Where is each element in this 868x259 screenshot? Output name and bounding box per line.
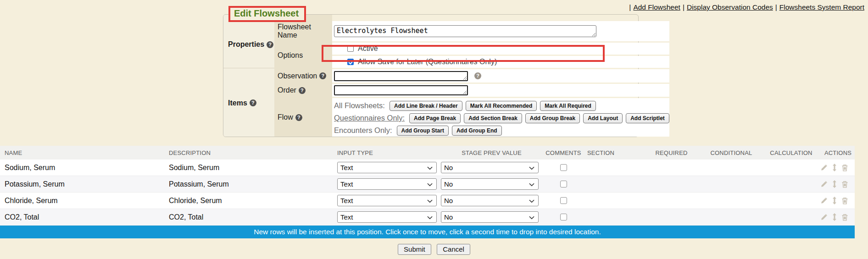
move-row-icon[interactable] bbox=[832, 213, 837, 221]
input-type-select[interactable]: Text bbox=[337, 178, 437, 190]
flow-group-label: All Flowsheets: bbox=[334, 101, 385, 110]
flowsheet-items-table: NAMEDESCRIPTIONINPUT TYPESTAGE PREV VALU… bbox=[0, 146, 855, 238]
flow-lines: All Flowsheets:Add Line Break / HeaderMa… bbox=[334, 99, 669, 137]
input-type-select-value: Text bbox=[340, 213, 353, 221]
submit-button[interactable]: Submit bbox=[398, 244, 431, 255]
cancel-button[interactable]: Cancel bbox=[437, 244, 470, 255]
order-label: Order ? bbox=[274, 84, 332, 97]
add-page-break-button[interactable]: Add Page Break bbox=[409, 113, 461, 123]
observation-help-icon[interactable]: ? bbox=[319, 72, 326, 79]
input-type-cell: Text bbox=[337, 211, 440, 223]
input-type-select[interactable]: Text bbox=[337, 211, 437, 223]
flow-group: All Flowsheets:Add Line Break / HeaderMa… bbox=[334, 99, 669, 112]
items-label-text: Items bbox=[228, 99, 247, 107]
comments-checkbox[interactable] bbox=[560, 164, 567, 171]
flowsheet-name-label: Flowsheet Name bbox=[274, 21, 332, 41]
topbar-link-flowsheets-system-report[interactable]: Flowsheets System Report bbox=[779, 3, 864, 11]
row-name: Sodium, Serum bbox=[0, 164, 169, 172]
stage-prev-value-select[interactable]: No bbox=[441, 211, 539, 223]
column-header-stage-prev-value: STAGE PREV VALUE bbox=[440, 149, 544, 156]
link-separator: | bbox=[683, 3, 684, 11]
topbar-links: |Add Flowsheet|Display Observation Codes… bbox=[627, 3, 864, 11]
page-title: Edit Flowsheet bbox=[234, 8, 299, 18]
table-row: Chloride, SerumChloride, SerumTextNo bbox=[0, 193, 855, 209]
add-layout-button[interactable]: Add Layout bbox=[583, 113, 623, 123]
flow-group: Encounters Only:Add Group StartAdd Group… bbox=[334, 124, 669, 137]
delete-icon[interactable] bbox=[841, 164, 848, 171]
delete-icon[interactable] bbox=[841, 214, 848, 221]
column-header-actions: ACTIONS bbox=[821, 149, 855, 156]
topbar-link-display-observation-codes[interactable]: Display Observation Codes bbox=[687, 3, 773, 11]
row-description: Chloride, Serum bbox=[169, 197, 337, 205]
input-type-cell: Text bbox=[337, 195, 440, 206]
active-checkbox[interactable] bbox=[347, 45, 354, 52]
option-active-row: Active bbox=[332, 43, 669, 55]
edit-icon[interactable] bbox=[820, 214, 828, 221]
observation-row: ? bbox=[332, 69, 669, 83]
add-group-end-button[interactable]: Add Group End bbox=[452, 126, 502, 136]
order-help-icon[interactable]: ? bbox=[299, 87, 306, 94]
edit-icon[interactable] bbox=[820, 181, 828, 188]
properties-help-icon[interactable]: ? bbox=[267, 41, 273, 48]
input-type-select[interactable]: Text bbox=[337, 162, 437, 173]
annotation-box-edit-flowsheet: Edit Flowsheet bbox=[228, 6, 306, 22]
allow-save-checkbox-label: Allow Save for Later (Questionnaires Onl… bbox=[358, 58, 497, 66]
input-type-select-value: Text bbox=[340, 197, 353, 204]
comments-checkbox[interactable] bbox=[560, 197, 567, 204]
mark-all-recommended-button[interactable]: Mark All Recommended bbox=[466, 101, 537, 111]
items-section-label: Items ? bbox=[223, 69, 274, 137]
stage-prev-value-select-value: No bbox=[444, 164, 453, 171]
flow-row: All Flowsheets:Add Line Break / HeaderMa… bbox=[332, 98, 669, 137]
stage-prev-value-select[interactable]: No bbox=[441, 162, 539, 173]
topbar-link-add-flowsheet[interactable]: Add Flowsheet bbox=[633, 3, 680, 11]
insert-position-bar[interactable]: New rows will be inserted at this positi… bbox=[0, 226, 855, 238]
add-scriptlet-button[interactable]: Add Scriptlet bbox=[626, 113, 669, 123]
add-line-break-header-button[interactable]: Add Line Break / Header bbox=[389, 101, 462, 111]
comments-checkbox[interactable] bbox=[560, 181, 567, 187]
observation-input-help-icon[interactable]: ? bbox=[474, 72, 481, 79]
stage-prev-value-select[interactable]: No bbox=[441, 195, 539, 206]
observation-label: Observation ? bbox=[274, 69, 332, 83]
order-input[interactable] bbox=[334, 85, 468, 95]
allow-save-checkbox[interactable] bbox=[347, 59, 354, 65]
flow-group-label: Encounters Only: bbox=[334, 126, 392, 135]
chevron-down-icon bbox=[529, 213, 534, 221]
properties-section-label: Properties ? bbox=[223, 21, 274, 68]
chevron-down-icon bbox=[529, 180, 534, 188]
table-row: Potassium, SerumPotassium, SerumTextNo bbox=[0, 176, 855, 193]
input-type-select[interactable]: Text bbox=[337, 195, 437, 206]
observation-input[interactable] bbox=[334, 71, 468, 81]
flow-group-label[interactable]: Questionnaires Only: bbox=[334, 114, 405, 122]
comments-cell bbox=[544, 181, 583, 187]
column-header-section: SECTION bbox=[583, 149, 641, 156]
column-header-comments: COMMENTS bbox=[544, 149, 583, 156]
column-header-conditional: CONDITIONAL bbox=[701, 149, 761, 156]
move-row-icon[interactable] bbox=[832, 164, 837, 171]
table-header-row: NAMEDESCRIPTIONINPUT TYPESTAGE PREV VALU… bbox=[0, 146, 855, 160]
link-separator: | bbox=[775, 3, 777, 11]
stage-prev-value-select[interactable]: No bbox=[441, 178, 539, 190]
comments-checkbox[interactable] bbox=[560, 214, 567, 220]
active-checkbox-label: Active bbox=[358, 44, 378, 53]
mark-all-required-button[interactable]: Mark All Required bbox=[540, 101, 596, 111]
edit-icon[interactable] bbox=[820, 197, 828, 204]
edit-icon[interactable] bbox=[820, 164, 828, 171]
add-group-start-button[interactable]: Add Group Start bbox=[397, 126, 449, 136]
row-description: CO2, Total bbox=[169, 213, 337, 221]
link-separator: | bbox=[629, 3, 631, 11]
delete-icon[interactable] bbox=[841, 181, 848, 188]
items-help-icon[interactable]: ? bbox=[250, 99, 256, 106]
flowsheet-name-input[interactable]: Electrolytes Flowsheet bbox=[334, 25, 596, 37]
comments-cell bbox=[544, 197, 583, 204]
delete-icon[interactable] bbox=[841, 197, 848, 204]
stage-prev-value-select-value: No bbox=[444, 197, 453, 204]
stage-prev-value-select-value: No bbox=[444, 180, 453, 188]
move-row-icon[interactable] bbox=[832, 180, 837, 188]
add-section-break-button[interactable]: Add Section Break bbox=[464, 113, 522, 123]
flow-help-icon[interactable]: ? bbox=[295, 114, 302, 121]
stage-prev-value-cell: No bbox=[440, 162, 544, 173]
chevron-down-icon bbox=[427, 164, 433, 171]
add-group-break-button[interactable]: Add Group Break bbox=[525, 113, 580, 123]
move-row-icon[interactable] bbox=[832, 197, 837, 204]
comments-cell bbox=[544, 164, 583, 171]
